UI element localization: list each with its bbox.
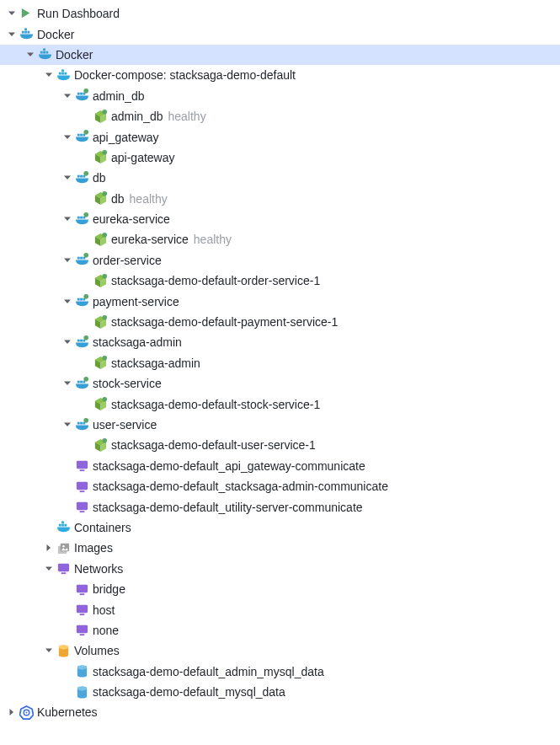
expand-arrow-icon[interactable] [24, 48, 37, 62]
network-icon [74, 582, 89, 597]
volume-icon [74, 664, 89, 679]
service-icon [74, 294, 89, 309]
tree-item-container-stock[interactable]: stacksaga-demo-default-stock-service-1 [0, 394, 560, 414]
tree-item-images[interactable]: Images [0, 538, 560, 558]
network-icon [74, 458, 89, 474]
images-label: Images [74, 541, 113, 555]
tree-item-service-payment[interactable]: payment-service [0, 291, 560, 311]
tree-item-network-2[interactable]: none [0, 620, 560, 640]
service-icon [74, 88, 89, 104]
status-text: healthy [130, 192, 168, 206]
network-icon [74, 623, 89, 638]
service-icon [74, 170, 89, 185]
expand-arrow-icon[interactable] [42, 541, 56, 555]
expand-arrow-icon[interactable] [42, 644, 56, 657]
service-name: payment-service [93, 295, 179, 308]
tree-item-compose[interactable]: Docker-compose: stacksaga-demo-default [0, 65, 560, 85]
container-name: stacksaga-demo-default-payment-service-1 [111, 315, 338, 329]
container-name: api-gateway [111, 151, 175, 164]
compose-network-name: stacksaga-demo-default_api_gateway-commu… [93, 459, 365, 473]
tree-item-volumes[interactable]: Volumes [0, 640, 560, 661]
service-icon [74, 253, 89, 268]
tree-item-service-user[interactable]: user-service [0, 415, 560, 435]
network-icon [56, 561, 71, 576]
tree-item-compose-network-1[interactable]: stacksaga-demo-default_stacksaga-admin-c… [0, 476, 560, 496]
expand-arrow-icon[interactable] [61, 171, 74, 185]
tree-item-container-user[interactable]: stacksaga-demo-default-user-service-1 [0, 435, 560, 455]
tree-item-container-db[interactable]: dbhealthy [0, 189, 560, 209]
run-dashboard-label: Run Dashboard [37, 7, 120, 20]
service-icon [74, 417, 89, 432]
tree-item-container-eureka[interactable]: eureka-servicehealthy [0, 229, 560, 249]
tree-item-networks[interactable]: Networks [0, 559, 560, 579]
tree-item-network-1[interactable]: host [0, 599, 560, 619]
expand-arrow-icon[interactable] [5, 28, 19, 41]
status-text: healthy [168, 110, 206, 123]
network-name: bridge [93, 582, 125, 596]
network-icon [74, 603, 89, 618]
tree-item-volume-0[interactable]: stacksaga-demo-default_admin_mysql_data [0, 662, 560, 682]
tree-item-run-dashboard[interactable]: Run Dashboard [0, 3, 560, 24]
service-name: eureka-service [93, 212, 170, 226]
expand-arrow-icon[interactable] [61, 131, 74, 144]
expand-arrow-icon[interactable] [61, 335, 74, 349]
container-icon [93, 109, 108, 124]
service-name: admin_db [93, 89, 145, 103]
tree-item-container-api_gateway[interactable]: api-gateway [0, 147, 560, 168]
service-icon [74, 130, 89, 145]
compose-network-name: stacksaga-demo-default_utility-server-co… [93, 501, 363, 514]
tree-item-containers[interactable]: Containers [0, 517, 560, 538]
tree-item-service-stacksaga_admin[interactable]: stacksaga-admin [0, 332, 560, 352]
tree-item-compose-network-2[interactable]: stacksaga-demo-default_utility-server-co… [0, 496, 560, 517]
container-name: stacksaga-demo-default-order-service-1 [111, 274, 320, 287]
service-icon [74, 335, 89, 350]
expand-arrow-icon[interactable] [61, 89, 74, 103]
tree-item-container-stacksaga_admin[interactable]: stacksaga-admin [0, 353, 560, 373]
tree-item-container-admin_db[interactable]: admin_dbhealthy [0, 106, 560, 126]
expand-arrow-icon[interactable] [61, 377, 74, 390]
tree-item-compose-network-0[interactable]: stacksaga-demo-default_api_gateway-commu… [0, 456, 560, 476]
container-icon [93, 397, 108, 412]
expand-arrow-icon[interactable] [61, 295, 74, 308]
tree-item-service-eureka[interactable]: eureka-service [0, 209, 560, 229]
container-icon [93, 150, 108, 165]
tree-item-volume-1[interactable]: stacksaga-demo-default_mysql_data [0, 682, 560, 702]
service-icon [74, 212, 89, 227]
tree-item-kubernetes[interactable]: Kubernetes [0, 702, 560, 722]
expand-arrow-icon[interactable] [5, 705, 19, 719]
images-icon [56, 540, 71, 555]
volume-name: stacksaga-demo-default_mysql_data [93, 685, 285, 699]
tree-item-container-order[interactable]: stacksaga-demo-default-order-service-1 [0, 271, 560, 291]
expand-arrow-icon[interactable] [42, 562, 56, 576]
containers-label: Containers [74, 521, 131, 534]
kubernetes-icon [19, 705, 34, 720]
docker-icon [19, 27, 34, 42]
tree-item-service-api_gateway[interactable]: api_gateway [0, 126, 560, 147]
expand-arrow-icon[interactable] [61, 418, 74, 431]
volumes-label: Volumes [74, 644, 120, 657]
container-icon [93, 314, 108, 330]
expand-arrow-icon[interactable] [42, 68, 56, 82]
tree-item-network-0[interactable]: bridge [0, 579, 560, 599]
play-icon [19, 6, 34, 21]
volume-name: stacksaga-demo-default_admin_mysql_data [93, 665, 324, 678]
docker-icon [37, 47, 52, 62]
expand-arrow-icon[interactable] [5, 7, 19, 20]
network-icon [74, 500, 89, 515]
container-name: db [111, 192, 125, 206]
docker-root-label: Docker [37, 28, 74, 41]
expand-arrow-icon[interactable] [61, 254, 74, 267]
tree-item-service-stock[interactable]: stock-service [0, 373, 560, 394]
tree-item-service-order[interactable]: order-service [0, 250, 560, 271]
tree-item-docker-root[interactable]: Docker [0, 24, 560, 44]
tree-item-container-payment[interactable]: stacksaga-demo-default-payment-service-1 [0, 312, 560, 332]
tree-item-service-db[interactable]: db [0, 168, 560, 188]
container-name: stacksaga-demo-default-stock-service-1 [111, 398, 320, 411]
expand-arrow-icon[interactable] [61, 212, 74, 226]
service-name: api_gateway [93, 131, 159, 144]
tree-item-docker-connection[interactable]: Docker [0, 45, 560, 65]
network-icon [74, 479, 89, 494]
container-name: stacksaga-demo-default-user-service-1 [111, 438, 316, 452]
tree-item-service-admin_db[interactable]: admin_db [0, 86, 560, 106]
compose-label: Docker-compose: stacksaga-demo-default [74, 68, 296, 82]
